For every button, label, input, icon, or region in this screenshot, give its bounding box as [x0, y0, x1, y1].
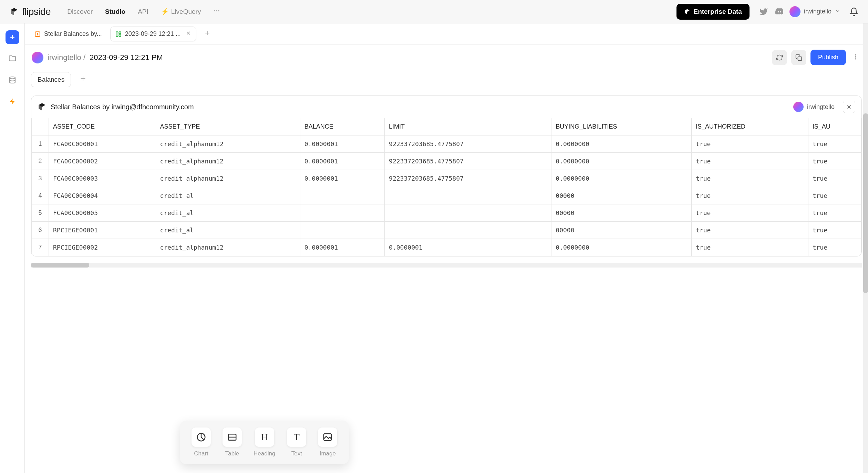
table-cell: 4: [32, 187, 49, 204]
breadcrumb-user[interactable]: irwingtello /: [48, 53, 85, 62]
horizontal-scrollbar[interactable]: [31, 263, 862, 268]
nav-studio[interactable]: Studio: [105, 8, 125, 16]
table-cell: true: [808, 187, 861, 204]
cube-icon: [684, 9, 690, 15]
nav-links: Discover Studio API ⚡ LiveQuery: [67, 7, 220, 16]
table-icon: [223, 427, 242, 447]
refresh-button[interactable]: [772, 50, 787, 65]
dashboard-icon: [115, 31, 122, 37]
table-row[interactable]: 3FCA00C000003credit_alphanum120.00000019…: [32, 170, 861, 187]
data-table: ASSET_CODE ASSET_TYPE BALANCE LIMIT BUYI…: [31, 118, 861, 256]
svg-rect-15: [798, 57, 802, 60]
bell-icon[interactable]: [849, 7, 858, 16]
nav-livequery[interactable]: ⚡ LiveQuery: [161, 8, 201, 16]
table-cell: credit_al: [156, 222, 300, 239]
table-wrap[interactable]: ASSET_CODE ASSET_TYPE BALANCE LIMIT BUYI…: [31, 118, 861, 256]
table-row[interactable]: 4FCA00C000004credit_al00000truetrue: [32, 187, 861, 204]
tab-stellar-balances[interactable]: Stellar Balances by...: [30, 27, 107, 41]
col-asset-type: ASSET_TYPE: [156, 118, 300, 135]
more-icon[interactable]: [850, 53, 861, 61]
chart-icon: [192, 427, 211, 447]
col-is-authorized: IS_AUTHORIZED: [692, 118, 808, 135]
table-row[interactable]: 1FCA00C000001credit_alphanum120.00000019…: [32, 135, 861, 153]
svg-point-17: [855, 56, 856, 57]
table-row[interactable]: 7RPCIEGE00002credit_alphanum120.00000010…: [32, 239, 861, 256]
table-cell: FCA00C000003: [49, 170, 156, 187]
vertical-scrollbar[interactable]: [863, 23, 868, 473]
copy-button[interactable]: [791, 50, 806, 65]
insert-heading[interactable]: H Heading: [254, 427, 275, 457]
svg-marker-6: [10, 99, 15, 104]
table-cell: true: [808, 135, 861, 153]
discord-icon[interactable]: [775, 7, 784, 16]
insert-heading-label: Heading: [254, 450, 275, 457]
new-button[interactable]: [6, 30, 19, 44]
nav-more-icon[interactable]: [213, 7, 220, 16]
table-cell: 0.0000001: [385, 239, 551, 256]
page-header: irwingtello / 2023-09-29 12:21 PM Publis…: [25, 45, 868, 70]
image-icon: [318, 427, 337, 447]
table-cell: 922337203685.4775807: [385, 170, 551, 187]
user-menu[interactable]: irwingtello: [789, 6, 840, 17]
table-cell: true: [808, 204, 861, 222]
nav-discover[interactable]: Discover: [67, 8, 93, 16]
insert-table[interactable]: Table: [223, 427, 242, 457]
table-cell: credit_alphanum12: [156, 170, 300, 187]
table-cell: 922337203685.4775807: [385, 135, 551, 153]
enterprise-data-button[interactable]: Enterprise Data: [676, 4, 750, 20]
table-cell: 0.0000000: [551, 239, 692, 256]
add-tab-button[interactable]: [200, 27, 215, 41]
main: Stellar Balances by... 2023-09-29 12:21 …: [0, 23, 868, 473]
close-icon[interactable]: [186, 30, 191, 38]
nav-api[interactable]: API: [138, 8, 148, 16]
content-area: Stellar Balances by... 2023-09-29 12:21 …: [25, 23, 868, 473]
twitter-icon[interactable]: [759, 7, 768, 16]
svg-point-5: [9, 77, 15, 79]
table-cell: true: [808, 239, 861, 256]
table-cell: 00000: [551, 222, 692, 239]
table-cell: [385, 204, 551, 222]
table-cell: FCA00C000002: [49, 153, 156, 170]
bolt-icon[interactable]: [6, 94, 19, 108]
table-cell: 0.0000000: [551, 153, 692, 170]
table-cell: credit_alphanum12: [156, 135, 300, 153]
table-cell: 0.0000000: [551, 170, 692, 187]
insert-chart-label: Chart: [194, 450, 208, 457]
table-cell: 922337203685.4775807: [385, 153, 551, 170]
table-row[interactable]: 5FCA00C000005credit_al00000truetrue: [32, 204, 861, 222]
database-icon[interactable]: [6, 73, 19, 87]
close-card-button[interactable]: [843, 101, 855, 113]
table-cell: credit_al: [156, 187, 300, 204]
table-cell: credit_al: [156, 204, 300, 222]
heading-icon: H: [255, 427, 274, 447]
insert-image[interactable]: Image: [318, 427, 337, 457]
add-subtab-button[interactable]: [76, 73, 90, 87]
avatar: [789, 6, 800, 17]
insert-chart[interactable]: Chart: [192, 427, 211, 457]
table-cell: 00000: [551, 187, 692, 204]
folder-icon[interactable]: [6, 52, 19, 66]
table-row[interactable]: 6RPCIEGE00001credit_al00000truetrue: [32, 222, 861, 239]
table-header-row: ASSET_CODE ASSET_TYPE BALANCE LIMIT BUYI…: [32, 118, 861, 135]
svg-point-0: [214, 10, 215, 11]
table-cell: RPCIEGE00001: [49, 222, 156, 239]
subtabs: Balances: [25, 70, 868, 92]
subtab-balances[interactable]: Balances: [31, 72, 71, 87]
publish-button[interactable]: Publish: [810, 50, 846, 65]
svg-point-18: [855, 58, 856, 59]
insert-text[interactable]: T Text: [287, 427, 306, 457]
insert-table-label: Table: [225, 450, 239, 457]
insert-text-label: Text: [291, 450, 302, 457]
table-cell: [385, 187, 551, 204]
table-cell: 0.0000001: [300, 153, 384, 170]
card-title: Stellar Balances by irwing@dfhcommunity.…: [51, 103, 194, 111]
table-row[interactable]: 2FCA00C000002credit_alphanum120.00000019…: [32, 153, 861, 170]
table-cell: 0.0000001: [300, 135, 384, 153]
avatar: [793, 102, 804, 112]
tab-timestamp[interactable]: 2023-09-29 12:21 ...: [110, 27, 196, 41]
logo[interactable]: flipside: [10, 6, 51, 17]
topbar: flipside Discover Studio API ⚡ LiveQuery…: [0, 0, 868, 23]
table-cell: 00000: [551, 204, 692, 222]
card-user: irwingtello: [793, 102, 835, 112]
logo-text: flipside: [22, 6, 51, 17]
